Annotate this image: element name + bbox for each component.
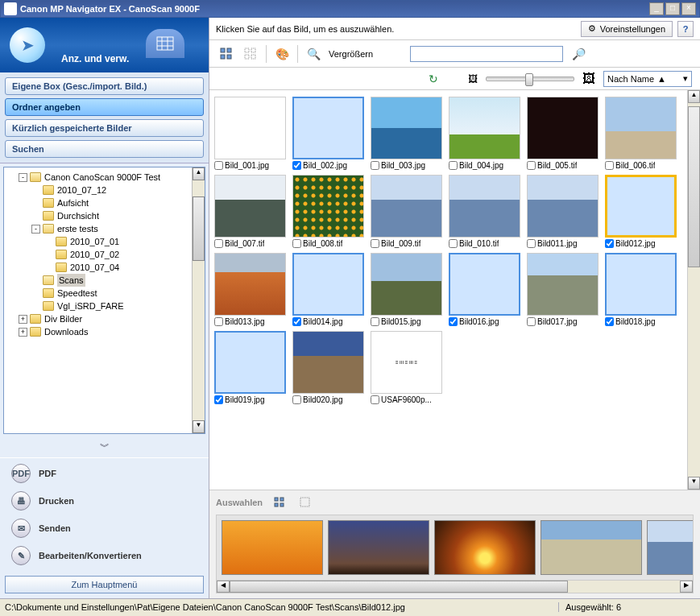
maximize-button[interactable]: □ (665, 2, 680, 15)
action-print[interactable]: 🖶Drucken (11, 490, 197, 511)
scroll-up-button[interactable]: ▲ (193, 167, 205, 180)
thumbnail-image[interactable] (449, 175, 520, 238)
strip-thumbnail[interactable] (647, 520, 694, 575)
scroll-thumb[interactable] (193, 196, 205, 261)
thumbnail-image[interactable] (527, 253, 599, 316)
thumbnail-cell[interactable]: Bild018.jpg (605, 253, 677, 326)
thumbnail-image[interactable] (292, 331, 364, 394)
deselect-all-button[interactable] (242, 45, 259, 63)
thumbnail-checkbox[interactable] (605, 317, 614, 326)
thumbnail-cell[interactable]: Bild_005.tif (527, 97, 599, 170)
thumbnail-image[interactable] (214, 331, 286, 394)
thumbnail-cell[interactable]: Bild013.jpg (214, 253, 286, 326)
thumbnail-image[interactable] (371, 97, 442, 159)
tree-node[interactable]: Vgl_iSRD_FARE (6, 300, 203, 312)
thumbnail-checkbox[interactable] (527, 161, 536, 170)
thumbnail-image[interactable] (527, 175, 599, 238)
grid-scrollbar[interactable]: ▲ ▼ (687, 90, 700, 490)
slider-knob[interactable] (525, 73, 533, 86)
scroll-thumb[interactable] (230, 581, 568, 593)
close-button[interactable]: × (681, 2, 696, 15)
thumbnail-cell[interactable]: Bild_001.jpg (214, 97, 286, 170)
thumbnail-image[interactable] (605, 253, 677, 316)
thumbnail-cell[interactable]: ≡ III ≡ III ≡USAF9600p... (371, 331, 442, 404)
search-button[interactable]: 🔎 (570, 45, 587, 63)
thumbnail-image[interactable] (214, 175, 286, 238)
refresh-button[interactable]: ↻ (425, 70, 442, 88)
action-pdf[interactable]: PDFPDF (11, 463, 197, 484)
thumbnail-image[interactable] (292, 97, 364, 159)
tree-node[interactable]: -erste tests (6, 222, 203, 235)
tree-expander[interactable]: - (19, 173, 27, 182)
action-edit[interactable]: ✎Bearbeiten/Konvertieren (11, 545, 197, 566)
scroll-down-button[interactable]: ▼ (193, 420, 205, 433)
scroll-down-button[interactable]: ▼ (688, 477, 700, 490)
thumbnail-checkbox[interactable] (292, 395, 301, 404)
thumbnail-checkbox[interactable] (292, 239, 301, 248)
tree-node[interactable]: Speedtest (6, 287, 203, 300)
thumbnail-image[interactable] (214, 253, 286, 316)
select-all-button[interactable] (217, 45, 235, 63)
thumbnail-cell[interactable]: Bild_006.tif (605, 97, 677, 170)
strip-deselect-button[interactable] (296, 494, 314, 511)
tree-scrollbar[interactable]: ▲ ▼ (192, 167, 205, 433)
thumbnail-cell[interactable]: Bild_004.jpg (449, 97, 520, 170)
thumbnail-checkbox[interactable] (214, 239, 223, 248)
tree-expander[interactable]: - (31, 225, 40, 234)
thumbnail-image[interactable] (449, 97, 520, 159)
strip-thumbnail[interactable] (434, 520, 536, 575)
thumbnail-cell[interactable]: Bild_003.jpg (371, 97, 442, 170)
thumbnail-cell[interactable]: Bild015.jpg (371, 253, 442, 326)
nav-specify-folder[interactable]: Ordner angeben (5, 98, 204, 116)
thumbnail-image[interactable] (214, 97, 286, 159)
nav-search[interactable]: Suchen (5, 140, 204, 158)
action-send[interactable]: ✉Senden (11, 518, 197, 539)
strip-select-all-button[interactable] (271, 494, 288, 511)
scroll-thumb[interactable] (688, 106, 700, 267)
thumbnail-checkbox[interactable] (527, 239, 536, 248)
tree-node[interactable]: Durchsicht (6, 209, 203, 222)
tree-node[interactable]: Scans (6, 274, 203, 287)
thumbnail-checkbox[interactable] (605, 239, 614, 248)
thumbnail-checkbox[interactable] (292, 317, 301, 326)
thumbnail-checkbox[interactable] (371, 161, 379, 170)
thumbnail-image[interactable] (527, 97, 599, 159)
thumbnail-cell[interactable]: Bild_010.tif (449, 175, 520, 248)
help-button[interactable]: ? (677, 21, 694, 37)
thumbnail-image[interactable] (371, 175, 442, 238)
thumbnail-cell[interactable]: Bild_002.jpg (292, 97, 364, 170)
search-input[interactable] (410, 46, 563, 62)
main-menu-button[interactable]: Zum Hauptmenü (5, 576, 204, 593)
strip-thumbnail[interactable] (222, 520, 323, 575)
thumbnail-checkbox[interactable] (214, 161, 223, 170)
strip-scrollbar[interactable]: ◀ ▶ (216, 581, 694, 593)
sort-dropdown[interactable]: Nach Name ▲ ▾ (603, 71, 692, 87)
scroll-left-button[interactable]: ◀ (217, 581, 230, 593)
thumbnail-image[interactable] (292, 175, 364, 238)
nav-recent[interactable]: Kürzlich gespeicherte Bilder (5, 119, 204, 137)
thumbnail-checkbox[interactable] (371, 317, 379, 326)
tree-node[interactable]: -Canon CanoScan 9000F Test (6, 171, 203, 184)
thumbnail-cell[interactable]: Bild017.jpg (527, 253, 599, 326)
strip-thumbnail[interactable] (541, 520, 642, 575)
thumbnail-image[interactable] (292, 253, 364, 316)
scroll-up-button[interactable]: ▲ (688, 90, 700, 103)
thumbnail-cell[interactable]: Bild_007.tif (214, 175, 286, 248)
thumbnail-checkbox[interactable] (449, 239, 458, 248)
thumbnail-size-slider[interactable] (486, 76, 574, 81)
thumbnail-image[interactable] (449, 253, 520, 316)
minimize-button[interactable]: _ (649, 2, 664, 15)
thumbnail-checkbox[interactable] (214, 317, 223, 326)
tree-node[interactable]: 2010_07_01 (6, 235, 203, 248)
thumbnail-checkbox[interactable] (449, 317, 458, 326)
zoom-button[interactable]: 🔍 (304, 45, 322, 63)
thumbnail-checkbox[interactable] (605, 161, 614, 170)
thumbnail-cell[interactable]: Bild019.jpg (214, 331, 286, 404)
thumbnail-cell[interactable]: Bild_008.tif (292, 175, 364, 248)
tree-expander[interactable]: + (19, 315, 27, 324)
thumbnail-cell[interactable]: Bild012.jpg (605, 175, 677, 248)
banner-tab-button[interactable] (146, 29, 184, 58)
thumbnail-image[interactable]: ≡ III ≡ III ≡ (371, 331, 442, 394)
strip-thumbnail[interactable] (328, 520, 429, 575)
thumbnail-cell[interactable]: Bild016.jpg (449, 253, 520, 326)
